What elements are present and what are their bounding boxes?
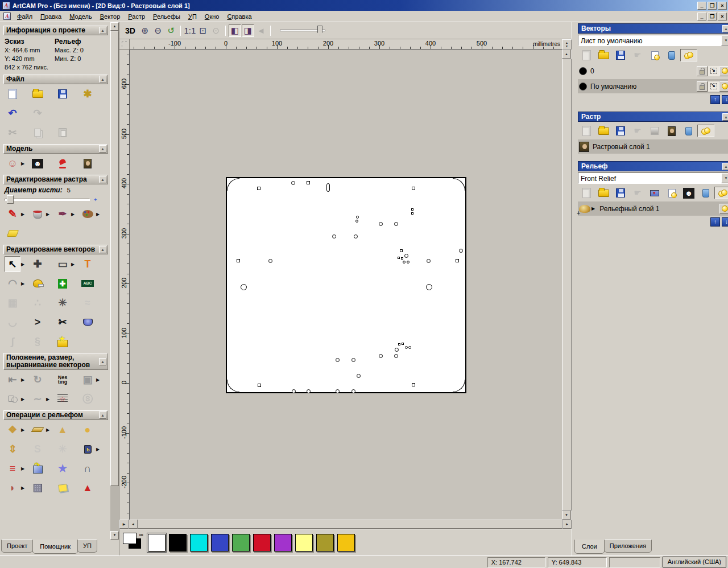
freehand-icon[interactable]: ≈ [80,295,96,311]
unit-spinner[interactable]: ▲▼ [562,39,572,50]
relief-turn-icon[interactable] [30,460,46,476]
new-vector-layer-icon[interactable] [646,49,663,61]
paste-along-icon[interactable]: ∴ [30,295,46,311]
relief-layer-row[interactable]: ▶Рельефный слой 1 [578,201,728,216]
zoom-in-icon[interactable]: ⊕ [139,24,151,37]
transform-vectors-icon[interactable]: ✚ [30,256,46,272]
chevron-down-icon[interactable]: ▼ [721,35,728,46]
flyout-arrow-icon[interactable]: ▶ [21,466,24,471]
node-editing-icon[interactable]: ✚ [55,275,71,291]
paste-icon[interactable] [55,125,71,141]
texture-image-icon[interactable] [80,155,96,171]
fit-curve-icon[interactable]: ∫ [5,334,20,349]
keyboard-language-indicator[interactable]: Английский (США) [663,557,726,567]
zoom-1to1-icon[interactable]: 1:1 [184,24,196,37]
layer-down-button[interactable]: ↓ [722,217,728,227]
link-colours-icon[interactable]: ∞ [139,532,143,538]
horizontal-scrollbar[interactable]: ▶ ◄ ► [119,520,572,529]
layer-up-button[interactable]: ↑ [710,217,720,227]
palette-swatch[interactable] [274,534,292,551]
save-raster-icon[interactable] [612,125,629,137]
flyout-arrow-icon[interactable]: ▶ [21,212,24,217]
redo-icon[interactable]: ↷ [30,105,46,121]
section-header[interactable]: Редактирование растра▲ [3,175,108,184]
zoom-previous-icon[interactable]: ↺ [165,24,177,37]
tab-applications[interactable]: Приложения [604,540,652,553]
scrollbar-thumb[interactable] [562,59,572,511]
toggle-all-vector-layers-icon[interactable] [680,49,697,61]
menu-справка[interactable]: Справка [223,11,255,22]
group-vectors-icon[interactable]: ▣ [80,372,96,388]
palette-icon[interactable] [80,206,96,222]
relief-panel-header[interactable]: Рельеф ▲ [578,161,728,171]
vector-wrap-icon[interactable]: ◠ [5,275,20,291]
combine-vectors-icon[interactable] [5,391,20,407]
load-raster-icon[interactable] [595,125,612,137]
new-relief-layer-icon[interactable] [663,187,680,199]
menu-модель[interactable]: Модель [65,11,96,22]
visibility-bulb-icon[interactable] [719,81,728,92]
merge-relief-layers-icon[interactable]: ☛ [629,187,646,199]
mdi-close-button[interactable]: × [718,13,727,20]
arc-fit-icon[interactable]: ◡ [5,314,20,330]
raster-from-image-icon[interactable] [663,125,680,137]
palette-swatch[interactable] [232,534,250,551]
save-vectors-icon[interactable] [612,49,629,61]
lock-icon[interactable] [697,81,708,92]
text-tool-icon[interactable]: T [80,256,96,272]
flyout-arrow-icon[interactable]: ▶ [21,427,24,433]
brush-slider-thumb[interactable] [7,195,14,204]
primary-colour[interactable] [123,533,136,544]
collapse-icon[interactable]: ▲ [722,25,728,32]
model-transfer-icon[interactable]: ✱ [80,86,96,102]
menu-растр[interactable]: Растр [124,11,149,22]
flyout-arrow-icon[interactable]: ▶ [21,397,24,402]
weave-wizard-icon[interactable]: ✳ [55,441,71,457]
raster-panel-header[interactable]: Растр ▲ [578,112,728,122]
layer-down-button[interactable]: ↓ [722,95,728,104]
vectors-panel-header[interactable]: Векторы ▲ [578,23,728,34]
relief-scale-icon[interactable]: ⇕ [5,441,20,457]
text-table-icon[interactable]: ABC [80,275,96,291]
scroll-down-icon[interactable]: ▼ [562,511,571,520]
relief-copy-icon[interactable]: ❖ [5,422,20,438]
zoom-out-icon[interactable]: ⊖ [152,24,164,37]
layer-colour-swatch[interactable] [579,83,587,90]
cut-icon[interactable]: ✂ [5,125,20,141]
sheet-selector[interactable]: Лист по умолчанию ▼ [578,35,728,46]
delete-vector-layer-icon[interactable] [663,49,680,61]
new-relief-icon[interactable] [578,187,595,199]
eraser-icon[interactable] [5,225,20,241]
palette-swatch[interactable] [148,534,166,551]
palette-swatch[interactable] [337,534,355,551]
menu-уп[interactable]: УП [184,11,201,22]
section-header-project-info[interactable]: Информация о проекте ▲ [3,26,108,35]
copy-icon[interactable] [30,125,46,141]
section-header[interactable]: Модель▲ [3,144,108,154]
flyout-arrow-icon[interactable]: ▶ [96,447,100,452]
tab-project[interactable]: Проект [1,540,33,553]
open-model-icon[interactable] [30,86,46,102]
scroll-down-icon[interactable]: ▼ [110,531,119,540]
page-prev-toggle-icon[interactable]: ◧ [229,24,241,37]
collapse-icon[interactable]: ▲ [722,163,728,170]
zoom-slider-thumb[interactable] [317,26,322,35]
menu-окно[interactable]: Окно [201,11,224,22]
palette-swatch[interactable] [169,534,187,551]
new-model-icon[interactable] [5,86,20,102]
document-window-icon[interactable]: A [3,13,11,20]
distort-grid-icon[interactable]: ▦ [5,295,20,311]
relief-stack-icon[interactable] [646,187,663,199]
section-header[interactable]: Файл▲ [3,75,108,84]
select-vectors-icon[interactable]: ↖ [5,256,20,272]
toggle-raster-layers-icon[interactable] [697,125,714,137]
flyout-arrow-icon[interactable]: ▶ [71,212,75,217]
load-relief-icon[interactable] [595,187,612,199]
scrollbar-thumb[interactable] [110,31,119,486]
splitter-button[interactable]: ▶ [119,520,129,529]
flyout-arrow-icon[interactable]: ▶ [96,377,100,382]
lock-icon[interactable] [697,66,708,76]
relief-layers-icon[interactable] [55,480,71,496]
menu-файл[interactable]: Файл [13,11,36,22]
page-next-toggle-icon[interactable]: ◨ [242,24,254,37]
